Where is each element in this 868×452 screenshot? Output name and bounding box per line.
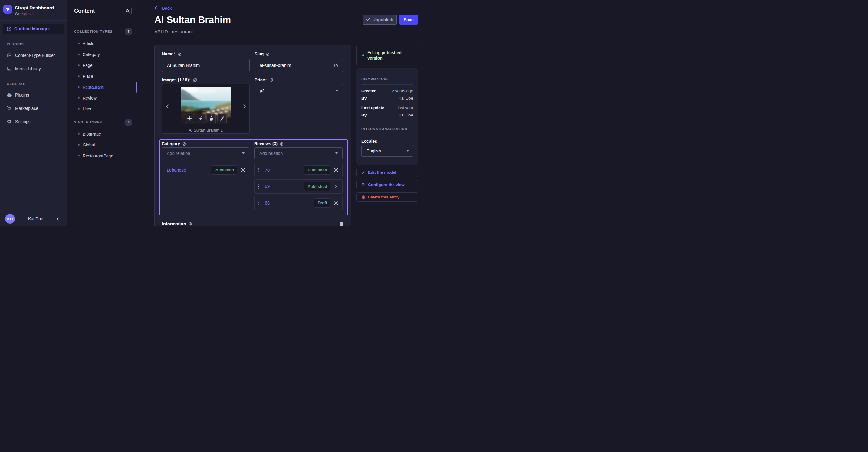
sidebar-item-content-manager[interactable]: Content Manager bbox=[3, 24, 64, 34]
workspace-brand[interactable]: Strapi Dashboard Workplace bbox=[0, 0, 67, 16]
drag-handle-icon[interactable] bbox=[258, 184, 261, 189]
reviews-add-relation-select[interactable]: Add relation bbox=[254, 147, 343, 159]
required-asterisk: * bbox=[174, 52, 175, 57]
category-add-relation-select[interactable]: Add relation bbox=[162, 147, 249, 159]
pencil-icon bbox=[220, 117, 224, 121]
back-link[interactable]: Back bbox=[154, 6, 172, 10]
brand-subtitle: Workplace bbox=[15, 11, 54, 16]
relation-link[interactable]: Lebanese bbox=[167, 168, 186, 172]
caret-down-icon bbox=[335, 153, 338, 154]
settings-gear-icon bbox=[7, 119, 11, 124]
save-button[interactable]: Save bbox=[399, 14, 418, 25]
subnav-item-article[interactable]: Article bbox=[67, 38, 137, 49]
entry-form-card: Name* Al Sultan Brahim Slug al-sultan-br… bbox=[154, 45, 351, 226]
editing-status-text: Editing published version bbox=[367, 50, 410, 61]
back-arrow-icon bbox=[154, 6, 159, 10]
sidebar-item-marketplace[interactable]: Marketplace bbox=[0, 103, 67, 113]
relation-link[interactable]: 70 bbox=[265, 168, 270, 172]
sidebar-item-settings[interactable]: Settings bbox=[0, 117, 67, 126]
price-value: p2 bbox=[260, 88, 265, 93]
editing-status-box: Editing published version bbox=[356, 45, 418, 66]
slug-input[interactable]: al-sultan-brahim bbox=[254, 59, 343, 72]
main-navigation: Strapi Dashboard Workplace Content Manag… bbox=[0, 0, 67, 226]
content-type-builder-icon bbox=[7, 53, 11, 58]
single-types-list: BlogPage Global RestaurantPage bbox=[67, 129, 137, 161]
meta-row-created-by: ByKai Doe bbox=[361, 96, 413, 101]
subnav-item-place[interactable]: Place bbox=[67, 71, 137, 82]
subnav-item-review[interactable]: Review bbox=[67, 93, 137, 103]
sidebar-item-plugins[interactable]: Plugins bbox=[0, 90, 67, 100]
close-icon bbox=[334, 168, 338, 172]
category-relations-list: Lebanese Published bbox=[162, 163, 249, 177]
add-image-button[interactable] bbox=[185, 114, 194, 123]
carousel-next-button[interactable] bbox=[242, 103, 247, 109]
name-input[interactable]: Al Sultan Brahim bbox=[162, 59, 250, 72]
search-icon bbox=[126, 9, 129, 13]
delete-image-button[interactable] bbox=[207, 114, 216, 123]
edit-image-button[interactable] bbox=[218, 114, 227, 123]
group-title: SINGLE TYPES bbox=[74, 121, 102, 124]
subnav-item-restaurantpage[interactable]: RestaurantPage bbox=[67, 150, 137, 161]
subnav-item-category[interactable]: Category bbox=[67, 49, 137, 60]
media-library-icon bbox=[7, 66, 11, 71]
subnav-item-blogpage[interactable]: BlogPage bbox=[67, 129, 137, 139]
remove-relation-button[interactable] bbox=[334, 168, 338, 172]
information-component-header: Information bbox=[162, 222, 343, 226]
entry-side-panel: Editing published version INFORMATION Cr… bbox=[356, 45, 418, 202]
globe-icon bbox=[266, 52, 270, 56]
subnav-item-label: Article bbox=[83, 41, 94, 46]
remove-relation-button[interactable] bbox=[334, 185, 338, 189]
copy-link-button[interactable] bbox=[196, 114, 205, 123]
remove-relation-button[interactable] bbox=[334, 201, 338, 205]
globe-icon bbox=[280, 142, 284, 146]
status-badge: Published bbox=[304, 182, 331, 191]
api-id-text: API ID : restaurant bbox=[154, 29, 418, 34]
page-title: Al Sultan Brahim bbox=[154, 14, 231, 25]
subnav-item-page[interactable]: Page bbox=[67, 60, 137, 71]
configure-view-button[interactable]: Configure the view bbox=[356, 180, 418, 189]
meta-label: By bbox=[361, 113, 367, 118]
sidebar-item-media-library[interactable]: Media Library bbox=[0, 64, 67, 73]
subnav-item-restaurant[interactable]: Restaurant bbox=[67, 82, 137, 93]
subnav-item-label: Place bbox=[83, 74, 93, 79]
general-group: Plugins Marketplace Sett bbox=[0, 90, 67, 126]
sidebar-item-label: Content-Type Builder bbox=[15, 53, 55, 58]
bullet-icon bbox=[78, 86, 80, 88]
locale-value: English bbox=[367, 149, 381, 153]
user-avatar[interactable]: KD bbox=[5, 214, 15, 224]
close-icon bbox=[241, 168, 245, 172]
globe-icon bbox=[183, 142, 186, 146]
unpublish-button[interactable]: Unpublish bbox=[363, 14, 397, 25]
price-select[interactable]: p2 bbox=[254, 84, 343, 97]
meta-row-last-update: Last updatelast year bbox=[361, 105, 413, 110]
status-badge: Draft bbox=[314, 198, 331, 207]
meta-row-updated-by: ByKai Doe bbox=[361, 113, 413, 118]
field-label-text: Category bbox=[162, 141, 180, 147]
sidebar-item-content-type-builder[interactable]: Content-Type Builder bbox=[0, 51, 67, 60]
published-status-dot-icon bbox=[362, 55, 364, 56]
delete-component-button[interactable] bbox=[339, 222, 343, 226]
configure-view-label: Configure the view bbox=[368, 183, 405, 187]
edit-model-button[interactable]: Edit the model bbox=[356, 168, 418, 177]
remove-relation-button[interactable] bbox=[241, 168, 245, 172]
locale-select[interactable]: English bbox=[361, 145, 413, 157]
collection-types-list: Article Category Page Place Restaurant R… bbox=[67, 38, 137, 115]
relation-link[interactable]: 69 bbox=[265, 184, 270, 189]
add-relation-placeholder: Add relation bbox=[167, 151, 190, 156]
drag-handle-icon[interactable] bbox=[258, 201, 261, 205]
carousel-prev-button[interactable] bbox=[165, 103, 169, 109]
locales-label: Locales bbox=[361, 139, 413, 144]
subnav-item-label: Page bbox=[83, 63, 93, 68]
collapse-sidebar-button[interactable] bbox=[55, 215, 60, 223]
bullet-icon bbox=[78, 144, 80, 146]
regenerate-slug-icon[interactable] bbox=[334, 63, 338, 68]
relation-link[interactable]: 68 bbox=[265, 201, 270, 205]
delete-entry-button[interactable]: Delete this entry bbox=[356, 192, 418, 202]
subnav-item-user[interactable]: User bbox=[67, 103, 137, 115]
subnav-item-global[interactable]: Global bbox=[67, 139, 137, 150]
search-button[interactable] bbox=[123, 7, 132, 15]
sidebar-item-label: Settings bbox=[15, 119, 31, 124]
close-icon bbox=[334, 185, 338, 189]
drag-handle-icon[interactable] bbox=[258, 168, 261, 172]
field-label-text: Images (1 / 5) bbox=[162, 77, 189, 83]
